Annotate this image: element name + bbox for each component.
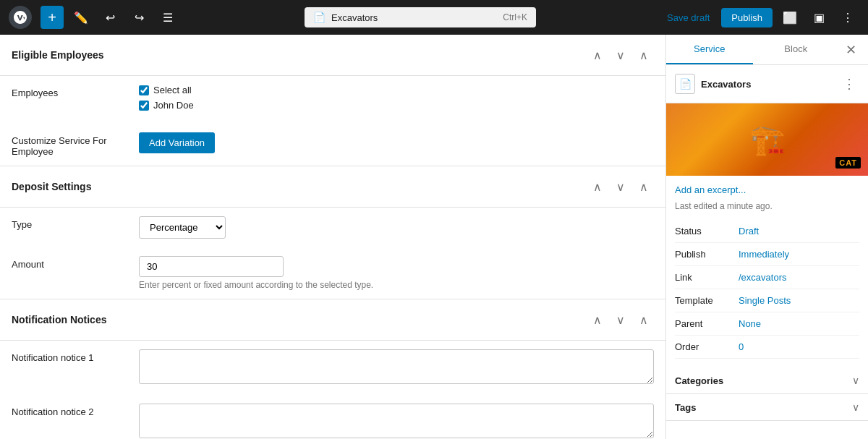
- add-block-button[interactable]: +: [41, 6, 64, 29]
- template-value[interactable]: Single Posts: [739, 295, 791, 306]
- categories-row[interactable]: Categories ∨: [666, 367, 868, 394]
- notice2-label: Notification notice 2: [12, 404, 127, 417]
- settings-button[interactable]: ▣: [807, 6, 830, 29]
- right-sidebar: Service Block ✕ 📄 Excavators ⋮ CAT Add a…: [665, 35, 868, 439]
- amount-control: Enter percent or fixed amount according …: [139, 256, 654, 290]
- sidebar-tabs-row: Service Block ✕: [666, 35, 868, 65]
- tags-row[interactable]: Tags ∨: [666, 394, 868, 421]
- deposit-settings-controls: ∧ ∨ ∧: [587, 176, 654, 197]
- employees-label: Employees: [12, 85, 127, 98]
- view-button[interactable]: ⬜: [778, 6, 801, 29]
- cat-label: CAT: [835, 157, 861, 169]
- save-draft-button[interactable]: Save draft: [661, 8, 715, 27]
- order-label: Order: [675, 341, 733, 352]
- main-layout: Eligible Employees ∧ ∨ ∧ Employees Selec…: [0, 35, 868, 439]
- block-name: Excavators: [701, 79, 751, 90]
- type-control: Percentage Fixed: [139, 216, 654, 239]
- content-area: Eligible Employees ∧ ∨ ∧ Employees Selec…: [0, 35, 665, 439]
- deposit-settings-section-header: Deposit Settings ∧ ∨ ∧: [0, 166, 665, 208]
- document-icon: 📄: [313, 12, 326, 23]
- order-value[interactable]: 0: [739, 341, 744, 352]
- search-shortcut: Ctrl+K: [503, 12, 527, 22]
- eligible-employees-section-header: Eligible Employees ∧ ∨ ∧: [0, 35, 665, 76]
- block-info: 📄 Excavators ⋮: [666, 65, 868, 103]
- toolbar-center: 📄 Excavators Ctrl+K: [185, 7, 655, 27]
- eligible-employees-collapse-down[interactable]: ∨: [610, 45, 631, 65]
- select-all-label: Select all: [153, 85, 192, 95]
- excavator-image-container: CAT: [666, 103, 868, 176]
- categories-chevron-icon: ∨: [852, 375, 859, 386]
- parent-value[interactable]: None: [739, 318, 761, 329]
- notification-collapse-up[interactable]: ∧: [587, 310, 608, 330]
- notice1-textarea[interactable]: [139, 349, 654, 384]
- john-doe-checkbox[interactable]: [139, 101, 149, 111]
- tab-service[interactable]: Service: [666, 35, 753, 64]
- more-options-button[interactable]: ⋮: [836, 6, 859, 29]
- amount-input[interactable]: [139, 256, 284, 277]
- categories-label: Categories: [675, 375, 852, 386]
- customize-service-control: Add Variation: [139, 132, 654, 153]
- tags-chevron-icon: ∨: [852, 401, 859, 413]
- block-menu-button[interactable]: ⋮: [839, 74, 859, 94]
- publish-meta-label: Publish: [675, 249, 733, 260]
- type-row: Type Percentage Fixed: [0, 208, 665, 247]
- notice2-control: [139, 404, 654, 439]
- redo-button[interactable]: ↪: [127, 6, 150, 29]
- notification-toggle[interactable]: ∧: [634, 310, 654, 330]
- john-doe-label: John Doe: [153, 100, 194, 111]
- add-excerpt-link[interactable]: Add an excerpt...: [675, 184, 859, 195]
- employees-checkboxes: Select all John Doe: [139, 85, 654, 115]
- link-label: Link: [675, 272, 733, 283]
- undo-button[interactable]: ↩: [98, 6, 122, 29]
- notice1-label: Notification notice 1: [12, 349, 127, 363]
- search-bar[interactable]: 📄 Excavators Ctrl+K: [305, 7, 536, 27]
- block-info-left: 📄 Excavators: [675, 74, 751, 94]
- select-all-checkbox[interactable]: [139, 85, 149, 95]
- sidebar-tabs: Service Block: [666, 35, 839, 64]
- block-type-icon: 📄: [675, 74, 695, 94]
- notice1-control: [139, 349, 654, 386]
- search-bar-title: Excavators: [331, 12, 497, 23]
- notification-controls: ∧ ∨ ∧: [587, 310, 654, 330]
- status-value[interactable]: Draft: [739, 226, 759, 236]
- parent-label: Parent: [675, 318, 733, 329]
- wp-logo[interactable]: [9, 6, 32, 29]
- customize-service-label: Customize Service For Employee: [12, 132, 127, 157]
- parent-row: Parent None: [675, 312, 859, 336]
- wp-logo-icon: [13, 10, 27, 25]
- tools-button[interactable]: ✏️: [69, 6, 93, 29]
- link-value[interactable]: /excavators: [739, 272, 786, 283]
- eligible-employees-collapse-up[interactable]: ∧: [587, 45, 608, 65]
- sidebar-close-button[interactable]: ✕: [839, 38, 862, 61]
- eligible-employees-controls: ∧ ∨ ∧: [587, 45, 654, 65]
- list-view-button[interactable]: ☰: [156, 6, 179, 29]
- notice2-row: Notification notice 2: [0, 395, 665, 439]
- deposit-collapse-down[interactable]: ∨: [610, 176, 631, 197]
- deposit-settings-title: Deposit Settings: [12, 181, 587, 192]
- add-variation-button[interactable]: Add Variation: [139, 132, 215, 153]
- customize-service-row: Customize Service For Employee Add Varia…: [0, 124, 665, 166]
- deposit-toggle[interactable]: ∧: [634, 176, 654, 197]
- notice2-textarea[interactable]: [139, 404, 654, 438]
- status-label: Status: [675, 226, 733, 236]
- toolbar-right: Save draft Publish ⬜ ▣ ⋮: [661, 6, 859, 29]
- tab-block[interactable]: Block: [753, 35, 840, 64]
- order-row: Order 0: [675, 336, 859, 359]
- publish-button[interactable]: Publish: [721, 8, 773, 27]
- john-doe-checkbox-item: John Doe: [139, 100, 654, 111]
- type-label: Type: [12, 216, 127, 230]
- notification-collapse-down[interactable]: ∨: [610, 310, 631, 330]
- type-select[interactable]: Percentage Fixed: [139, 216, 226, 239]
- eligible-employees-title: Eligible Employees: [12, 49, 587, 61]
- template-row: Template Single Posts: [675, 289, 859, 312]
- notification-section-header: Notification Notices ∧ ∨ ∧: [0, 299, 665, 341]
- sidebar-content: Add an excerpt... Last edited a minute a…: [666, 176, 868, 367]
- link-row: Link /excavators: [675, 266, 859, 289]
- notification-title: Notification Notices: [12, 314, 587, 325]
- eligible-employees-toggle[interactable]: ∧: [634, 45, 654, 65]
- amount-row: Amount Enter percent or fixed amount acc…: [0, 247, 665, 299]
- publish-value[interactable]: Immediately: [739, 249, 789, 260]
- amount-label: Amount: [12, 256, 127, 270]
- deposit-collapse-up[interactable]: ∧: [587, 176, 608, 197]
- publish-row: Publish Immediately: [675, 243, 859, 266]
